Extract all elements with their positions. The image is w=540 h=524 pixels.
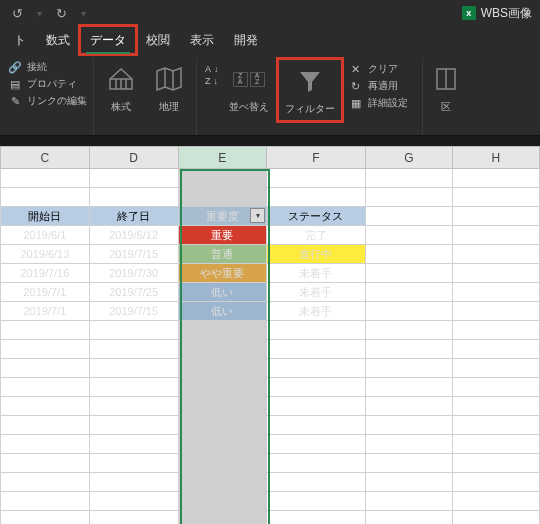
hdr-end[interactable]: 終了日 — [89, 207, 178, 226]
table-row[interactable] — [1, 340, 540, 359]
undo-icon[interactable]: ↺ — [8, 4, 26, 22]
advanced-icon: ▦ — [349, 96, 363, 110]
hdr-start[interactable]: 開始日 — [1, 207, 90, 226]
cell-status[interactable]: 完了 — [267, 226, 366, 245]
row — [1, 169, 540, 188]
advanced-label: 詳細設定 — [368, 96, 408, 110]
stocks-button[interactable]: 株式 — [102, 60, 140, 116]
title-bar: ↺ ▾ ↻ ▾ x WBS画像 — [0, 0, 540, 26]
group-sort-filter: A↓ Z↓ ZA AZ 並べ替え フィルター ✕ クリア — [197, 58, 423, 135]
sort-desc-button[interactable]: Z↓ — [205, 76, 219, 86]
filter-button[interactable]: フィルター — [281, 62, 339, 118]
tab-view[interactable]: 表示 — [180, 26, 224, 54]
table-row[interactable] — [1, 454, 540, 473]
cell-status[interactable]: 未着手 — [267, 283, 366, 302]
properties-label: プロパティ — [27, 77, 77, 91]
cell-priority[interactable]: 普通 — [178, 245, 267, 264]
split-label: 区 — [441, 100, 451, 114]
sort-button[interactable]: ZA AZ 並べ替え — [225, 60, 273, 116]
connections-label: 接続 — [27, 60, 47, 74]
col-C[interactable]: C — [1, 147, 90, 169]
cell-end[interactable]: 2019/7/15 — [89, 302, 178, 321]
geography-label: 地理 — [159, 100, 179, 114]
chevron-down-icon[interactable]: ▾ — [30, 4, 48, 22]
col-F[interactable]: F — [267, 147, 366, 169]
table-row[interactable]: 2019/6/12019/6/12重要完了 — [1, 226, 540, 245]
table-row[interactable]: 2019/7/162019/7/30やや重要未着手 — [1, 264, 540, 283]
tab-formulas[interactable]: 数式 — [36, 26, 80, 54]
col-E[interactable]: E — [178, 147, 267, 169]
split-button[interactable]: 区 — [431, 60, 461, 116]
properties-icon: ▤ — [8, 77, 22, 91]
group-connections: 🔗 接続 ▤ プロパティ ✎ リンクの編集 — [2, 58, 94, 135]
geography-button[interactable]: 地理 — [150, 60, 188, 116]
col-G[interactable]: G — [365, 147, 452, 169]
cell-priority[interactable]: 重要 — [178, 226, 267, 245]
table-row[interactable] — [1, 492, 540, 511]
chevron-down-icon[interactable]: ▾ — [74, 4, 92, 22]
table-row[interactable]: 2019/7/12019/7/25低い未着手 — [1, 283, 540, 302]
connections-button[interactable]: 🔗 接続 — [8, 60, 87, 74]
cell-start[interactable]: 2019/7/1 — [1, 283, 90, 302]
table-row[interactable]: 2019/6/132019/7/15普通進行中 — [1, 245, 540, 264]
table-row[interactable] — [1, 378, 540, 397]
cell-start[interactable]: 2019/6/13 — [1, 245, 90, 264]
edit-links-icon: ✎ — [8, 94, 22, 108]
group-outline: 区 — [423, 58, 469, 135]
redo-icon[interactable]: ↻ — [52, 4, 70, 22]
col-H[interactable]: H — [452, 147, 539, 169]
column-header-row: C D E F G H — [1, 147, 540, 169]
spreadsheet[interactable]: C D E F G H 開始日 終了日 重要度 ▾ ステータス 2019/6/1… — [0, 146, 540, 524]
cell-status[interactable]: 未着手 — [267, 302, 366, 321]
cell-end[interactable]: 2019/6/12 — [89, 226, 178, 245]
cell-start[interactable]: 2019/7/1 — [1, 302, 90, 321]
table-row[interactable] — [1, 359, 540, 378]
sort-label: 並べ替え — [229, 100, 269, 114]
row — [1, 188, 540, 207]
cell-end[interactable]: 2019/7/25 — [89, 283, 178, 302]
reapply-button[interactable]: ↻ 再適用 — [349, 79, 408, 93]
cell-status[interactable]: 未着手 — [267, 264, 366, 283]
cell-priority[interactable]: 低い — [178, 302, 267, 321]
grid[interactable]: C D E F G H 開始日 終了日 重要度 ▾ ステータス 2019/6/1… — [0, 146, 540, 524]
excel-icon: x — [462, 6, 476, 20]
sort-asc-button[interactable]: A↓ — [205, 64, 219, 74]
edit-links-button[interactable]: ✎ リンクの編集 — [8, 94, 87, 108]
clear-label: クリア — [368, 62, 398, 76]
ribbon-tabs: ト 数式 データ 校閲 表示 開発 — [0, 26, 540, 54]
clear-button[interactable]: ✕ クリア — [349, 62, 408, 76]
tab-developer[interactable]: 開発 — [224, 26, 268, 54]
group-data-types: 株式 地理 — [94, 58, 197, 135]
table-row[interactable]: 2019/7/12019/7/15低い未着手 — [1, 302, 540, 321]
cell-start[interactable]: 2019/6/1 — [1, 226, 90, 245]
geography-icon — [154, 62, 184, 96]
cell-priority[interactable]: やや重要 — [178, 264, 267, 283]
advanced-button[interactable]: ▦ 詳細設定 — [349, 96, 408, 110]
sort-icon: ZA AZ — [233, 62, 265, 96]
hdr-priority[interactable]: 重要度 ▾ — [178, 207, 267, 226]
cell-status[interactable]: 進行中 — [267, 245, 366, 264]
tab-partial[interactable]: ト — [4, 26, 36, 54]
tab-data[interactable]: データ — [80, 26, 136, 54]
table-row[interactable] — [1, 397, 540, 416]
cell-end[interactable]: 2019/7/15 — [89, 245, 178, 264]
hdr-status[interactable]: ステータス — [267, 207, 366, 226]
cell-end[interactable]: 2019/7/30 — [89, 264, 178, 283]
table-row[interactable] — [1, 435, 540, 454]
quick-access-toolbar: ↺ ▾ ↻ ▾ — [8, 4, 94, 22]
table-row[interactable] — [1, 321, 540, 340]
table-row[interactable] — [1, 473, 540, 492]
row-headers: 開始日 終了日 重要度 ▾ ステータス — [1, 207, 540, 226]
table-row[interactable] — [1, 511, 540, 525]
properties-button[interactable]: ▤ プロパティ — [8, 77, 87, 91]
clear-icon: ✕ — [349, 62, 363, 76]
filter-dropdown-icon[interactable]: ▾ — [250, 208, 265, 223]
cell-priority[interactable]: 低い — [178, 283, 267, 302]
col-D[interactable]: D — [89, 147, 178, 169]
reapply-icon: ↻ — [349, 79, 363, 93]
table-row[interactable] — [1, 416, 540, 435]
cell-start[interactable]: 2019/7/16 — [1, 264, 90, 283]
edit-links-label: リンクの編集 — [27, 94, 87, 108]
tab-review[interactable]: 校閲 — [136, 26, 180, 54]
ribbon: 🔗 接続 ▤ プロパティ ✎ リンクの編集 株式 地理 — [0, 54, 540, 136]
